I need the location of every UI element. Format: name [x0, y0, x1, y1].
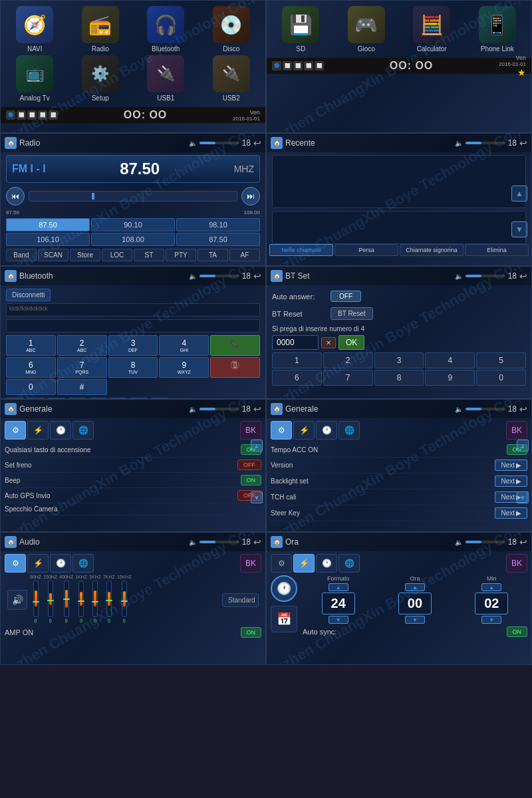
- key-2[interactable]: 2ABC: [57, 335, 107, 356]
- scroll-up-btn[interactable]: ▲: [511, 186, 527, 201]
- pty-btn[interactable]: PTY: [166, 249, 196, 261]
- home-icon-recente[interactable]: 🏠: [271, 137, 283, 149]
- ora-down[interactable]: ▼: [405, 616, 425, 624]
- key-1[interactable]: 1ABC: [6, 335, 56, 356]
- app-usb1[interactable]: 🔌 USB1: [134, 55, 198, 102]
- pin-6[interactable]: 6: [272, 370, 322, 386]
- app-sd[interactable]: 💾 SD: [269, 6, 332, 53]
- pin-5[interactable]: 5: [476, 352, 526, 368]
- gen2-scroll-down[interactable]: ▼: [517, 491, 529, 503]
- home-icon-radio[interactable]: 🏠: [5, 137, 17, 149]
- preset-90-10[interactable]: 90.10: [91, 218, 175, 231]
- amp-toggle[interactable]: ON: [241, 627, 262, 638]
- band-btn[interactable]: Band: [6, 249, 37, 261]
- preset-106-10[interactable]: 106.10: [6, 233, 90, 246]
- app-phonelink[interactable]: 📱 Phone Link: [466, 6, 529, 53]
- ora-tab-bk[interactable]: BK: [506, 554, 527, 573]
- back-btn-btset[interactable]: ↩: [519, 271, 527, 281]
- audio-tab-clock[interactable]: 🕐: [50, 554, 71, 573]
- pin-2[interactable]: 2: [323, 352, 373, 368]
- back-btn-ora[interactable]: ↩: [519, 537, 527, 547]
- key-4[interactable]: 4GHI: [159, 335, 209, 356]
- ora-tab-clock[interactable]: 🕐: [316, 554, 337, 573]
- home-icon-gen2[interactable]: 🏠: [271, 403, 283, 415]
- audio-tab-settings[interactable]: ⚙: [5, 554, 26, 573]
- eq-preset[interactable]: Standard: [222, 593, 259, 607]
- pin-input[interactable]: [272, 335, 319, 350]
- auto-answer-toggle[interactable]: OFF: [331, 291, 361, 302]
- back-btn-gen1[interactable]: ↩: [253, 404, 261, 414]
- ora-tab-settings[interactable]: ⚙: [271, 554, 292, 573]
- calendar-icon[interactable]: 📅: [271, 606, 297, 632]
- pin-3[interactable]: 3: [374, 352, 424, 368]
- next-button[interactable]: ⏭: [241, 187, 260, 205]
- back-btn-bt[interactable]: ↩: [253, 271, 261, 281]
- min-down[interactable]: ▼: [481, 616, 501, 624]
- tab-elimina[interactable]: Elimina: [465, 244, 529, 256]
- gen2-next-steer[interactable]: Next ▶: [495, 507, 527, 519]
- disconnect-button[interactable]: Disconnetti: [6, 289, 51, 301]
- prev-button[interactable]: ⏮: [6, 187, 25, 205]
- gen-tab-bk[interactable]: BK: [240, 421, 261, 440]
- preset-87-50[interactable]: 87.50: [6, 218, 90, 231]
- tab-chiamate-signorina[interactable]: Chiamate signorina: [400, 244, 464, 256]
- bt-reset-btn[interactable]: BT Reset: [331, 307, 373, 320]
- home-icon-audio[interactable]: 🏠: [5, 536, 17, 548]
- gen-tab-eq[interactable]: ⚡: [27, 421, 49, 440]
- formato-down[interactable]: ▼: [329, 616, 348, 624]
- pin-0[interactable]: 0: [476, 370, 526, 386]
- gen1-scroll-down[interactable]: ▼: [251, 491, 263, 503]
- key-6[interactable]: 6MNO: [6, 357, 56, 378]
- st-btn[interactable]: ST: [134, 249, 164, 261]
- home-icon-gen1[interactable]: 🏠: [5, 403, 17, 415]
- store-btn[interactable]: Store: [70, 249, 100, 261]
- gen2-tab-clock[interactable]: 🕐: [316, 421, 337, 440]
- app-gioco[interactable]: 🎮 Gioco: [335, 6, 398, 53]
- pin-7[interactable]: 7: [323, 370, 373, 386]
- back-btn-radio[interactable]: ↩: [253, 138, 261, 148]
- key-0[interactable]: 0: [6, 379, 56, 395]
- app-bluetooth[interactable]: 🎧 Bluetooth: [134, 6, 198, 53]
- key-8[interactable]: 8TUV: [108, 357, 158, 378]
- app-setup[interactable]: ⚙️ Setup: [69, 55, 132, 102]
- loc-btn[interactable]: LOC: [102, 249, 132, 261]
- clock-icon[interactable]: 🕐: [271, 575, 297, 602]
- call-button[interactable]: 📞: [210, 335, 260, 356]
- home-icon-btset[interactable]: 🏠: [271, 270, 283, 282]
- gen2-tab-bk[interactable]: BK: [506, 421, 527, 440]
- formato-up[interactable]: ▲: [329, 583, 348, 591]
- home-icon-bt[interactable]: 🏠: [5, 270, 17, 282]
- gen2-tab-eq[interactable]: ⚡: [293, 421, 315, 440]
- app-disco[interactable]: 💿 Disco: [200, 6, 263, 53]
- gen2-tab-globe[interactable]: 🌐: [338, 421, 360, 440]
- preset-108-00[interactable]: 108.00: [91, 233, 175, 246]
- gen1-scroll-up[interactable]: ▲: [251, 440, 263, 452]
- ora-tab-eq[interactable]: ⚡: [293, 554, 315, 573]
- audio-tab-eq[interactable]: ⚡: [27, 554, 49, 573]
- gen2-tab-settings[interactable]: ⚙: [271, 421, 292, 440]
- app-usb2[interactable]: 🔌 USB2: [200, 55, 263, 102]
- ora-up[interactable]: ▲: [405, 583, 425, 591]
- ta-btn[interactable]: TA: [198, 249, 228, 261]
- gen2-scroll-up[interactable]: ▲: [517, 440, 529, 452]
- app-analogtv[interactable]: 📺 Analog Tv: [3, 55, 66, 102]
- gen-tab-globe[interactable]: 🌐: [72, 421, 94, 440]
- preset-87-50b[interactable]: 87.50: [176, 233, 260, 246]
- key-hash[interactable]: #: [57, 379, 107, 395]
- hangup-button[interactable]: 📵: [210, 357, 260, 378]
- app-radio[interactable]: 📻 Radio: [69, 6, 132, 53]
- pin-ok-btn[interactable]: OK: [338, 335, 364, 350]
- af-btn[interactable]: AF: [229, 249, 260, 261]
- tab-nelle-chiamate[interactable]: Nelle chiamate: [269, 244, 333, 256]
- audio-tab-bk[interactable]: BK: [240, 554, 261, 573]
- ora-tab-globe[interactable]: 🌐: [338, 554, 360, 573]
- key-7[interactable]: 7PQRS: [57, 357, 107, 378]
- back-btn-gen2[interactable]: ↩: [519, 404, 527, 414]
- tab-persa[interactable]: Persa: [334, 244, 398, 256]
- autosync-toggle[interactable]: ON: [507, 626, 528, 637]
- key-3[interactable]: 3DEF: [108, 335, 158, 356]
- gen-tab-settings[interactable]: ⚙: [5, 421, 26, 440]
- back-btn-recente[interactable]: ↩: [519, 138, 527, 148]
- pin-8[interactable]: 8: [374, 370, 424, 386]
- app-calculator[interactable]: 🧮 Calculator: [400, 6, 464, 53]
